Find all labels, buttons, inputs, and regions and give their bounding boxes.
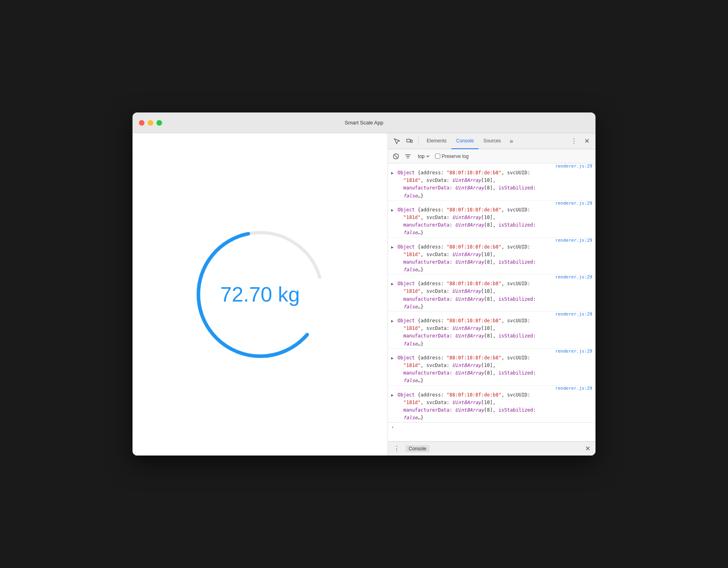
devtools-tabs: Elements Console Sources » <box>422 133 517 149</box>
content-area: 72.70 kg <box>133 133 595 456</box>
log-line: ▶ Object {address: "88:0f:10:8f:de:b8", … <box>388 280 595 311</box>
file-reference[interactable]: renderer.js:29 <box>388 386 595 391</box>
console-entry: renderer.js:29 ▶ Object {address: "88:0f… <box>388 164 595 201</box>
window-title: Smart Scale App <box>345 120 384 126</box>
expand-arrow[interactable]: ▶ <box>391 170 398 176</box>
prompt-symbol: › <box>391 424 394 430</box>
svg-rect-3 <box>411 140 412 142</box>
file-reference[interactable]: renderer.js:29 <box>388 238 595 243</box>
weight-display: 72.70 kg <box>220 282 300 306</box>
tab-console[interactable]: Console <box>451 133 479 149</box>
scale-display: 72.70 kg <box>188 223 332 366</box>
expand-arrow[interactable]: ▶ <box>391 207 398 213</box>
titlebar: Smart Scale App <box>133 112 595 133</box>
device-icon <box>406 138 413 144</box>
console-entry: renderer.js:29 ▶ Object {address: "88:0f… <box>388 201 595 238</box>
more-tabs-button[interactable]: » <box>506 136 517 147</box>
log-line: ▶ Object {address: "88:0f:10:8f:de:b8", … <box>388 206 595 237</box>
console-input-area[interactable]: › <box>388 422 595 432</box>
devtools-close-button[interactable]: ✕ <box>581 136 592 147</box>
console-close-button[interactable]: ✕ <box>583 444 592 454</box>
filter-icon <box>405 153 411 160</box>
log-line: ▶ Object {address: "88:0f:10:8f:de:b8", … <box>388 317 595 348</box>
clear-console-button[interactable] <box>391 152 401 161</box>
file-reference[interactable]: renderer.js:29 <box>388 164 595 169</box>
file-reference[interactable]: renderer.js:29 <box>388 349 595 354</box>
inspect-icon <box>394 138 400 144</box>
file-reference[interactable]: renderer.js:29 <box>388 312 595 317</box>
log-text: Object {address: "88:0f:10:8f:de:b8", sv… <box>398 280 592 311</box>
file-reference[interactable]: renderer.js:29 <box>388 274 595 280</box>
console-entry: renderer.js:29 ▶ Object {address: "88:0f… <box>388 238 595 275</box>
console-entry: renderer.js:29 ▶ Object {address: "88:0f… <box>388 312 595 349</box>
svg-line-5 <box>395 155 398 158</box>
console-entry: renderer.js:29 ▶ Object {address: "88:0f… <box>388 386 595 423</box>
console-bottom-menu-button[interactable]: ⋮ <box>391 443 402 454</box>
log-text: Object {address: "88:0f:10:8f:de:b8", sv… <box>398 169 592 200</box>
log-text: Object {address: "88:0f:10:8f:de:b8", sv… <box>398 354 592 385</box>
device-toggle-button[interactable] <box>404 136 415 147</box>
console-tab-label[interactable]: Console <box>406 445 429 452</box>
filter-button[interactable] <box>403 152 413 161</box>
toolbar-separator <box>418 137 419 145</box>
chevron-down-icon <box>426 154 430 158</box>
svg-rect-2 <box>407 139 410 142</box>
console-filter-bar: top Preserve log <box>388 149 595 164</box>
log-line: ▶ Object {address: "88:0f:10:8f:de:b8", … <box>388 169 595 200</box>
log-text: Object {address: "88:0f:10:8f:de:b8", sv… <box>398 206 592 237</box>
devtools-menu-button[interactable]: ⋮ <box>568 136 580 147</box>
minimize-button[interactable] <box>148 120 153 126</box>
log-line: ▶ Object {address: "88:0f:10:8f:de:b8", … <box>388 243 595 274</box>
log-text: Object {address: "88:0f:10:8f:de:b8", sv… <box>398 243 592 274</box>
tab-elements[interactable]: Elements <box>422 133 451 149</box>
maximize-button[interactable] <box>156 120 162 126</box>
preserve-log-label[interactable]: Preserve log <box>435 154 469 159</box>
log-line: ▶ Object {address: "88:0f:10:8f:de:b8", … <box>388 354 595 385</box>
tab-sources[interactable]: Sources <box>479 133 506 149</box>
context-selector[interactable]: top <box>415 152 433 160</box>
expand-arrow[interactable]: ▶ <box>391 281 398 287</box>
expand-arrow[interactable]: ▶ <box>391 355 398 361</box>
log-line: ▶ Object {address: "88:0f:10:8f:de:b8", … <box>388 391 595 422</box>
console-bottom-bar: ⋮ Console ✕ <box>388 441 595 456</box>
expand-arrow[interactable]: ▶ <box>391 244 398 250</box>
context-label: top <box>418 154 425 159</box>
devtools-panel: Elements Console Sources » ⋮ ✕ <box>388 133 595 456</box>
log-text: Object {address: "88:0f:10:8f:de:b8", sv… <box>398 317 592 348</box>
console-entry: renderer.js:29 ▶ Object {address: "88:0f… <box>388 274 595 312</box>
close-button[interactable] <box>139 120 144 126</box>
preserve-log-checkbox[interactable] <box>435 154 440 159</box>
expand-arrow[interactable]: ▶ <box>391 392 398 398</box>
console-output[interactable]: renderer.js:29 ▶ Object {address: "88:0f… <box>388 164 595 441</box>
console-entry: renderer.js:29 ▶ Object {address: "88:0f… <box>388 349 595 386</box>
main-window: Smart Scale App 72.70 kg <box>133 112 595 456</box>
log-text: Object {address: "88:0f:10:8f:de:b8", sv… <box>398 391 592 422</box>
clear-icon <box>393 153 399 160</box>
window-controls <box>139 120 162 126</box>
app-panel: 72.70 kg <box>133 133 388 456</box>
file-reference[interactable]: renderer.js:29 <box>388 201 595 206</box>
gauge-container: 72.70 kg <box>188 223 332 366</box>
inspect-element-button[interactable] <box>391 136 402 147</box>
expand-arrow[interactable]: ▶ <box>391 318 398 324</box>
devtools-toolbar: Elements Console Sources » ⋮ ✕ <box>388 133 595 149</box>
